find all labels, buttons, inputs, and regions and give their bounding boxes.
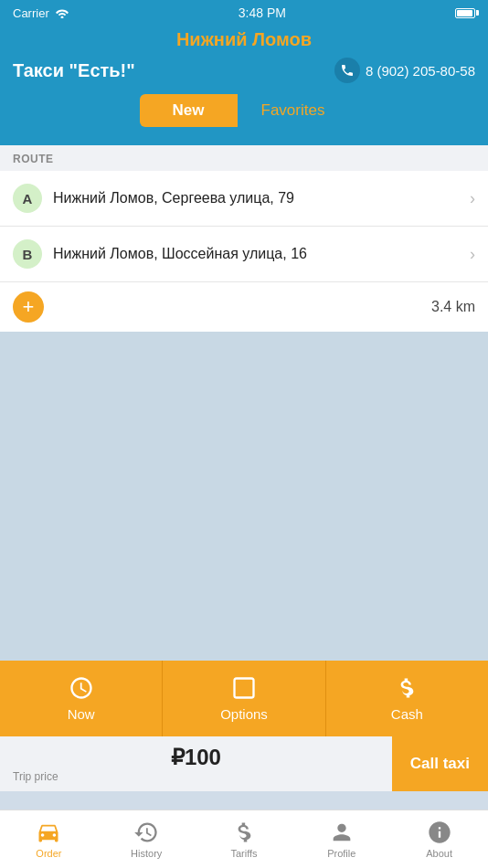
bottom-nav: Order History Tariffs Profile About (0, 810, 488, 868)
battery-area (455, 8, 475, 18)
chevron-icon-a: › (470, 189, 475, 208)
wifi-icon (55, 7, 69, 18)
app-header: Нижний Ломов Такси "Есть!" 8 (902) 205-8… (0, 26, 488, 145)
clock-icon (69, 675, 94, 701)
price-row: ₽100 Trip price Call taxi (0, 736, 488, 791)
header-row: Такси "Есть!" 8 (902) 205-80-58 (0, 58, 488, 83)
cash-icon (394, 675, 419, 701)
status-bar: Carrier 3:48 PM (0, 0, 488, 26)
nav-item-history[interactable]: History (98, 810, 196, 868)
route-badge-a: A (13, 184, 42, 213)
map-area[interactable] (0, 332, 488, 661)
profile-icon (329, 820, 355, 845)
carrier-wifi: Carrier (13, 6, 69, 20)
price-value: ₽100 (13, 745, 379, 770)
route-section: ROUTE A Нижний Ломов, Сергеева улица, 79… (0, 145, 488, 332)
tariffs-nav-label: Tariffs (230, 848, 257, 859)
time-display: 3:48 PM (239, 5, 286, 20)
cash-label: Cash (391, 706, 423, 722)
options-label: Options (220, 706, 268, 722)
company-name: Такси "Есть!" (13, 60, 135, 81)
phone-icon (334, 58, 360, 83)
history-nav-label: History (131, 848, 162, 859)
distance-display: 3.4 km (431, 299, 475, 315)
about-nav-label: About (426, 848, 452, 859)
profile-nav-label: Profile (327, 848, 355, 859)
nav-item-profile[interactable]: Profile (292, 810, 390, 868)
route-label: ROUTE (0, 145, 488, 171)
route-badge-b: B (13, 239, 42, 269)
options-icon (231, 675, 257, 701)
trip-price-label: Trip price (13, 770, 379, 783)
tab-favorites[interactable]: Favorites (238, 94, 349, 127)
chevron-icon-b: › (470, 245, 475, 264)
nav-item-order[interactable]: Order (0, 810, 98, 868)
route-item-b[interactable]: B Нижний Ломов, Шоссейная улица, 16 › (0, 227, 488, 282)
add-waypoint-button[interactable]: + (13, 291, 44, 323)
phone-row[interactable]: 8 (902) 205-80-58 (334, 58, 475, 83)
now-button[interactable]: Now (0, 661, 163, 736)
route-item-a[interactable]: A Нижний Ломов, Сергеева улица, 79 › (0, 171, 488, 227)
route-add-row: + 3.4 km (0, 282, 488, 332)
action-buttons: Now Options Cash (0, 661, 488, 736)
order-nav-label: Order (36, 848, 61, 859)
carrier-label: Carrier (13, 6, 49, 20)
battery-icon (455, 8, 475, 18)
city-name: Нижний Ломов (0, 29, 488, 50)
about-icon (427, 820, 452, 845)
route-address-a: Нижний Ломов, Сергеева улица, 79 (53, 190, 459, 206)
options-button[interactable]: Options (163, 661, 325, 736)
nav-item-tariffs[interactable]: Tariffs (196, 810, 293, 868)
route-address-b: Нижний Ломов, Шоссейная улица, 16 (53, 246, 459, 262)
phone-number: 8 (902) 205-80-58 (366, 63, 475, 79)
price-area: ₽100 Trip price (0, 736, 392, 791)
now-label: Now (68, 706, 95, 722)
order-icon (36, 820, 61, 845)
svg-rect-0 (234, 679, 253, 698)
history-icon (133, 820, 159, 845)
cash-button[interactable]: Cash (326, 661, 488, 736)
tabs-container: New Favorites (0, 94, 488, 136)
nav-item-about[interactable]: About (390, 810, 488, 868)
call-taxi-button[interactable]: Call taxi (392, 736, 488, 791)
tab-new[interactable]: New (140, 94, 238, 127)
tariffs-icon (231, 820, 257, 845)
